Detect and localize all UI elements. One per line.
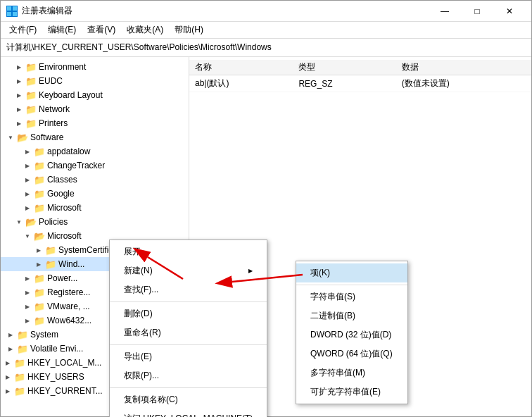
tree-item-eudc[interactable]: ▶ 📁 EUDC (1, 74, 189, 88)
ctx-find[interactable]: 查找(F)... (110, 280, 267, 299)
folder-icon: 📁 (34, 161, 45, 170)
tree-label: Microsoft (47, 231, 82, 241)
folder-icon: 📁 (34, 189, 45, 199)
tree-label: Power... (47, 273, 77, 283)
folder-icon: 📁 (34, 302, 45, 311)
tree-label: Policies (39, 217, 68, 227)
minimize-button[interactable]: — (429, 1, 461, 22)
expand-arrow: ▼ (15, 218, 23, 226)
menu-edit[interactable]: 编辑(E) (42, 23, 82, 37)
tree-label: EUDC (39, 76, 63, 86)
sub-ctx-multistring[interactable]: 多字符串值(M) (296, 363, 407, 382)
ctx-expand[interactable]: 展开 (110, 242, 267, 261)
expand-arrow: ▶ (15, 77, 23, 85)
expand-arrow: ▶ (15, 119, 23, 127)
folder-icon: 📁 (34, 175, 45, 185)
ctx-permissions[interactable]: 权限(P)... (110, 366, 267, 385)
menu-file[interactable]: 文件(F) (4, 23, 42, 37)
sub-ctx-qword[interactable]: QWORD (64 位)值(Q) (296, 344, 407, 363)
expand-arrow: ▶ (15, 91, 23, 99)
sub-ctx-key[interactable]: 项(K) (296, 263, 407, 282)
tree-item-keyboard-layout[interactable]: ▶ 📁 Keyboard Layout (1, 88, 189, 102)
tree-item-printers[interactable]: ▶ 📁 Printers (1, 116, 189, 130)
expand-arrow: ▶ (15, 63, 23, 71)
expand-arrow: ▶ (6, 344, 15, 353)
app-icon (6, 6, 18, 17)
menu-help[interactable]: 帮助(H) (169, 23, 209, 37)
expand-arrow: ▶ (4, 387, 12, 395)
expand-arrow: ▶ (23, 161, 32, 170)
tree-item-software[interactable]: ▼ 📂 Software (1, 130, 189, 144)
folder-icon: 📁 (25, 63, 37, 72)
sub-ctx-expandstring[interactable]: 可扩充字符串值(E) (296, 382, 407, 402)
expand-arrow: ▶ (23, 316, 32, 325)
expand-arrow: ▶ (4, 359, 12, 367)
svg-rect-0 (7, 6, 11, 11)
tree-label: Wow6432... (47, 316, 91, 325)
menu-bar: 文件(F) 编辑(E) 查看(V) 收藏夹(A) 帮助(H) (1, 22, 531, 39)
sub-ctx-string[interactable]: 字符串值(S) (296, 287, 407, 306)
tree-label: HKEY_CURRENT... (27, 386, 103, 396)
folder-icon: 📁 (34, 316, 45, 325)
expand-arrow: ▶ (23, 175, 32, 184)
tree-label: Volatile Envi... (30, 344, 83, 354)
tree-item-appdatalow[interactable]: ▶ 📁 appdatalow (1, 144, 189, 158)
folder-icon: 📁 (17, 344, 28, 354)
tree-label: ChangeTracker (47, 161, 105, 170)
tree-label: HKEY_LOCAL_M... (27, 358, 101, 368)
col-type: 类型 (293, 60, 395, 75)
cell-type: REG_SZ (293, 75, 395, 92)
tree-label: VMware, ... (47, 301, 90, 311)
ctx-new[interactable]: 新建(N) (110, 261, 267, 280)
menu-favorites[interactable]: 收藏夹(A) (121, 23, 169, 37)
sub-ctx-binary[interactable]: 二进制值(B) (296, 306, 407, 325)
address-bar: 计算机\HKEY_CURRENT_USER\Software\Policies\… (1, 39, 531, 57)
cell-name: ab|(默认) (189, 75, 293, 92)
ctx-delete[interactable]: 删除(D) (110, 304, 267, 323)
folder-icon: 📁 (34, 204, 45, 213)
maximize-button[interactable]: □ (461, 1, 493, 22)
ctx-divider-1 (110, 301, 267, 302)
menu-view[interactable]: 查看(V) (82, 23, 121, 37)
folder-icon: 📁 (34, 274, 45, 283)
tree-item-classes[interactable]: ▶ 📁 Classes (1, 173, 189, 187)
expand-arrow: ▶ (23, 302, 32, 311)
folder-icon: 📁 (34, 288, 45, 297)
folder-icon: 📁 (17, 330, 28, 340)
sub-ctx-dword[interactable]: DWORD (32 位)值(D) (296, 325, 407, 344)
svg-rect-3 (13, 12, 17, 16)
tree-item-microsoft[interactable]: ▶ 📁 Microsoft (1, 201, 189, 215)
table-row[interactable]: ab|(默认) REG_SZ (数值未设置) (189, 75, 531, 92)
tree-label: appdatalow (47, 147, 90, 156)
ctx-copy-name[interactable]: 复制项名称(C) (110, 390, 267, 409)
tree-label: Google (47, 189, 75, 199)
folder-icon: 📁 (14, 387, 25, 396)
expand-arrow: ▶ (4, 373, 12, 381)
tree-label: Printers (39, 118, 68, 128)
ctx-access-hklm[interactable]: 访问 HKEY_LOCAL_MACHINE(T) (110, 409, 267, 417)
ctx-export[interactable]: 导出(E) (110, 347, 267, 366)
tree-label: Network (39, 104, 70, 114)
folder-icon: 📁 (45, 260, 56, 269)
folder-icon: 📁 (25, 91, 37, 100)
tree-item-google[interactable]: ▶ 📁 Google (1, 187, 189, 201)
tree-item-changetracker[interactable]: ▶ 📁 ChangeTracker (1, 158, 189, 173)
folder-icon: 📁 (45, 246, 56, 255)
svg-rect-1 (13, 6, 17, 11)
close-button[interactable]: ✕ (493, 1, 526, 22)
ctx-divider-2 (110, 344, 267, 345)
tree-label: Keyboard Layout (39, 90, 103, 100)
expand-arrow: ▶ (34, 246, 43, 254)
tree-item-environment[interactable]: ▶ 📁 Environment (1, 60, 189, 74)
title-bar: 注册表编辑器 — □ ✕ (1, 1, 531, 22)
tree-item-policies[interactable]: ▼ 📂 Policies (1, 215, 189, 229)
address-path: 计算机\HKEY_CURRENT_USER\Software\Policies\… (6, 42, 272, 54)
folder-icon: 📁 (25, 77, 37, 86)
tree-item-network[interactable]: ▶ 📁 Network (1, 102, 189, 116)
folder-icon: 📁 (25, 105, 37, 114)
context-menu: 展开 新建(N) 查找(F)... 删除(D) 重命名(R) 导出(E) 权限(… (109, 239, 267, 417)
ctx-rename[interactable]: 重命名(R) (110, 323, 267, 342)
svg-rect-2 (7, 12, 11, 16)
expand-arrow: ▶ (23, 204, 32, 212)
expand-arrow: ▶ (15, 105, 23, 113)
